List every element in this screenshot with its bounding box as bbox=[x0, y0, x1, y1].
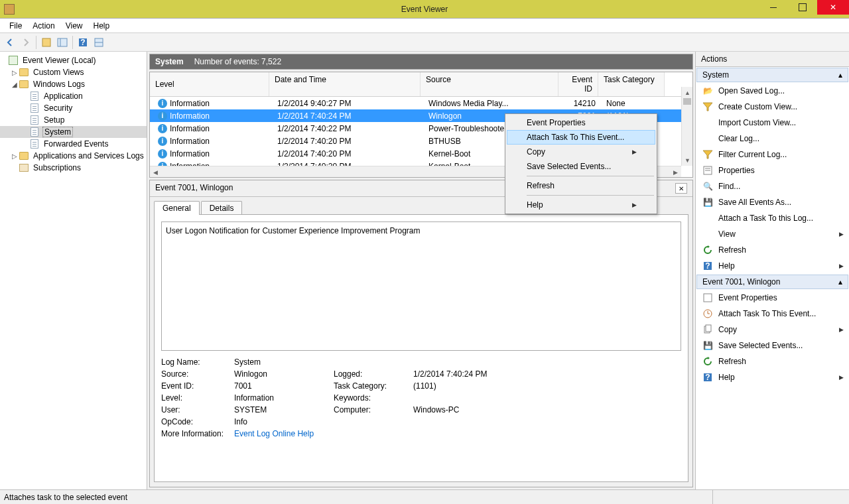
col-level[interactable]: Level bbox=[150, 72, 269, 96]
help-button[interactable]: ? bbox=[76, 35, 90, 50]
log-icon bbox=[31, 139, 38, 149]
svg-marker-8 bbox=[703, 151, 712, 158]
action-open-saved-log[interactable]: 📂Open Saved Log... bbox=[696, 83, 849, 99]
svg-text:?: ? bbox=[705, 261, 710, 271]
menu-file[interactable]: File bbox=[4, 20, 27, 32]
window-controls bbox=[759, 0, 849, 15]
col-event-id[interactable]: Event ID bbox=[558, 72, 598, 96]
action-help[interactable]: ?Help▶ bbox=[696, 258, 849, 274]
col-date[interactable]: Date and Time bbox=[269, 72, 421, 96]
save-icon: 💾 bbox=[702, 340, 713, 351]
info-icon: i bbox=[158, 99, 167, 108]
action-refresh[interactable]: Refresh bbox=[696, 242, 849, 258]
scroll-track[interactable] bbox=[682, 105, 692, 155]
folder-icon bbox=[19, 152, 29, 160]
tree-root[interactable]: Event Viewer (Local) bbox=[0, 54, 147, 66]
maximize-button[interactable] bbox=[788, 0, 817, 15]
action-view[interactable]: View▶ bbox=[696, 226, 849, 242]
action-copy[interactable]: Copy▶ bbox=[696, 322, 849, 338]
cm-attach-task[interactable]: Attach Task To This Event... bbox=[507, 130, 655, 145]
tree-setup[interactable]: Setup bbox=[0, 114, 147, 126]
scroll-down-icon[interactable]: ▼ bbox=[682, 155, 693, 166]
event-description: User Logon Notification for Customer Exp… bbox=[161, 221, 681, 351]
details-close-button[interactable]: ✕ bbox=[675, 183, 687, 194]
scroll-up-icon[interactable]: ▲ bbox=[682, 87, 693, 98]
menu-help[interactable]: Help bbox=[88, 20, 115, 32]
navigation-tree: Event Viewer (Local) ▷Custom Views ◢Wind… bbox=[0, 52, 147, 176]
tree-forwarded[interactable]: Forwarded Events bbox=[0, 138, 147, 150]
action-import-custom-view[interactable]: Import Custom View... bbox=[696, 115, 849, 131]
blank-icon bbox=[702, 117, 713, 128]
action-filter-log[interactable]: Filter Current Log... bbox=[696, 147, 849, 162]
svg-text:?: ? bbox=[705, 373, 710, 382]
layout-button[interactable] bbox=[55, 35, 70, 50]
cm-refresh[interactable]: Refresh bbox=[507, 178, 655, 193]
log-name: System bbox=[155, 57, 184, 66]
link-online-help[interactable]: Event Log Online Help bbox=[234, 429, 334, 438]
action-save-all[interactable]: 💾Save All Events As... bbox=[696, 194, 849, 210]
col-source[interactable]: Source bbox=[421, 72, 558, 96]
label-task-category: Task Category: bbox=[334, 381, 413, 391]
tree-security[interactable]: Security bbox=[0, 102, 147, 114]
close-button[interactable] bbox=[817, 0, 849, 15]
tree-system[interactable]: System bbox=[0, 126, 147, 138]
collapse-icon: ▴ bbox=[838, 277, 842, 286]
action-properties[interactable]: Properties bbox=[696, 162, 849, 178]
actions-section-header[interactable]: Event 7001, Winlogon▴ bbox=[696, 275, 848, 289]
main-content: Event Viewer (Local) ▷Custom Views ◢Wind… bbox=[0, 52, 849, 489]
action-event-properties[interactable]: Event Properties bbox=[696, 290, 849, 306]
tree-windows-logs[interactable]: ◢Windows Logs bbox=[0, 78, 147, 90]
tree-subscriptions[interactable]: Subscriptions bbox=[0, 162, 147, 174]
event-row[interactable]: iInformation1/2/2014 9:40:27 PMWindows M… bbox=[150, 97, 692, 109]
tab-general[interactable]: General bbox=[154, 201, 200, 215]
cm-save-selected[interactable]: Save Selected Events... bbox=[507, 159, 655, 174]
back-button[interactable] bbox=[3, 35, 17, 50]
action-attach-task-event[interactable]: Attach Task To This Event... bbox=[696, 306, 849, 322]
action-find[interactable]: 🔍Find... bbox=[696, 178, 849, 194]
collapse-icon: ▴ bbox=[838, 70, 842, 80]
actions-section-header[interactable]: System▴ bbox=[696, 68, 848, 82]
tab-details[interactable]: Details bbox=[201, 201, 243, 215]
tree-apps-services[interactable]: ▷Applications and Services Logs bbox=[0, 150, 147, 162]
label-source: Source: bbox=[161, 369, 234, 379]
svg-text:?: ? bbox=[80, 38, 85, 47]
actions-pane-title: Actions bbox=[696, 52, 849, 67]
svg-marker-7 bbox=[703, 103, 712, 111]
submenu-arrow-icon: ▶ bbox=[839, 263, 844, 269]
scroll-left-icon[interactable]: ◀ bbox=[150, 166, 161, 178]
window-titlebar: Event Viewer bbox=[0, 0, 849, 19]
tree-custom-views[interactable]: ▷Custom Views bbox=[0, 66, 147, 78]
cm-copy[interactable]: Copy▶ bbox=[507, 145, 655, 159]
vertical-scrollbar[interactable]: ▲ ▼ bbox=[681, 87, 692, 166]
label-log-name: Log Name: bbox=[161, 357, 234, 367]
action-help-event[interactable]: ?Help▶ bbox=[696, 369, 849, 385]
tree-application[interactable]: Application bbox=[0, 90, 147, 102]
action-clear-log[interactable]: Clear Log... bbox=[696, 131, 849, 147]
label-opcode: OpCode: bbox=[161, 417, 234, 426]
scroll-right-icon[interactable]: ▶ bbox=[670, 166, 681, 178]
action-create-custom-view[interactable]: Create Custom View... bbox=[696, 99, 849, 115]
info-icon: i bbox=[158, 149, 167, 158]
actions-pane: Actions System▴ 📂Open Saved Log... Creat… bbox=[695, 52, 849, 489]
menu-view[interactable]: View bbox=[60, 20, 88, 32]
log-icon bbox=[31, 103, 38, 113]
minimize-button[interactable] bbox=[759, 0, 788, 15]
action-refresh-event[interactable]: Refresh bbox=[696, 353, 849, 369]
cm-event-properties[interactable]: Event Properties bbox=[507, 115, 655, 130]
svg-rect-20 bbox=[706, 325, 711, 332]
label-computer: Computer: bbox=[334, 405, 413, 414]
preview-button[interactable] bbox=[92, 35, 106, 50]
forward-button[interactable] bbox=[19, 35, 33, 50]
cm-help[interactable]: Help▶ bbox=[507, 198, 655, 212]
event-properties-grid: Log Name: System Source: Winlogon Logged… bbox=[161, 357, 681, 438]
menu-separator bbox=[527, 195, 654, 196]
action-attach-task-log[interactable]: Attach a Task To this Log... bbox=[696, 210, 849, 226]
event-grid: Level Date and Time Source Event ID Task… bbox=[149, 72, 693, 178]
show-tree-button[interactable] bbox=[39, 35, 54, 50]
action-save-selected[interactable]: 💾Save Selected Events... bbox=[696, 338, 849, 353]
col-task-category[interactable]: Task Category bbox=[598, 72, 665, 96]
value-keywords bbox=[413, 393, 546, 403]
scroll-thumb[interactable] bbox=[683, 98, 691, 105]
menu-action[interactable]: Action bbox=[27, 20, 60, 32]
value-computer: Windows-PC bbox=[413, 405, 546, 414]
